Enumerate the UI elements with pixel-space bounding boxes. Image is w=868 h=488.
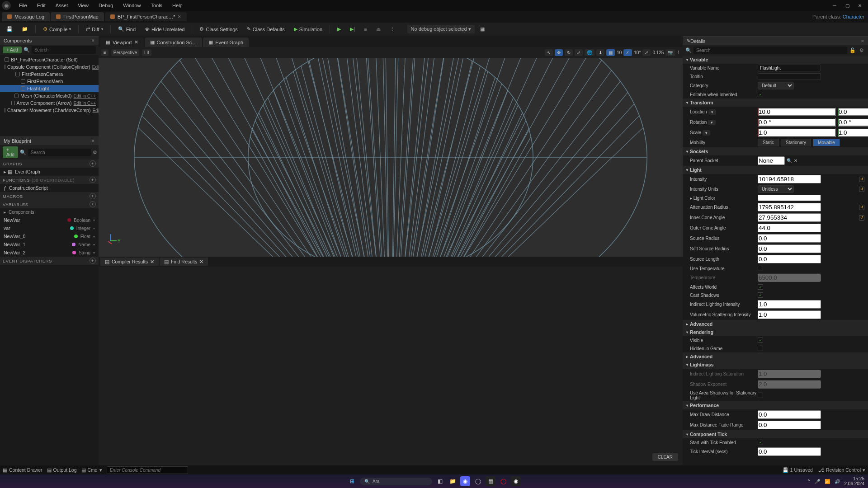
tray-mic-icon[interactable]: 🎤 (815, 479, 820, 484)
variable-item[interactable]: NewVar_0Float▾ (0, 232, 99, 240)
add-icon[interactable]: + (90, 193, 96, 199)
max-fade-range-input[interactable] (758, 421, 821, 429)
rider-icon[interactable]: ▦ (486, 476, 495, 486)
component-tree-item[interactable]: FirstPersonMesh (0, 78, 99, 85)
variable-category[interactable]: Variable (683, 56, 868, 64)
reset-icon[interactable]: ↺ (859, 187, 864, 192)
affects-world-checkbox[interactable]: ✓ (758, 284, 763, 290)
reset-icon[interactable]: ↺ (859, 205, 864, 210)
variable-name-input[interactable] (758, 65, 821, 71)
close-icon[interactable]: ✕ (91, 38, 95, 43)
mobility-movable[interactable]: Movable (813, 139, 840, 146)
clear-socket-icon[interactable]: ✕ (794, 158, 797, 163)
reset-icon[interactable]: ↺ (859, 215, 864, 221)
inner-cone-input[interactable] (758, 213, 821, 222)
world-button[interactable]: 🌐 (585, 49, 594, 56)
surface-snap-button[interactable]: ⬇ (596, 49, 604, 56)
taskbar-search[interactable]: 🔍 Ara (360, 478, 432, 485)
add-icon[interactable]: + (90, 160, 96, 167)
variable-item[interactable]: varInteger▾ (0, 224, 99, 232)
compile-button[interactable]: ⚙Compile ▾ (39, 24, 75, 34)
grid-snap-value[interactable]: 10 (617, 50, 622, 55)
tray-chevron-icon[interactable]: ^ (808, 479, 810, 484)
find-button[interactable]: 🔍 Find (114, 24, 139, 34)
hide-unrelated-button[interactable]: 👁 Hide Unrelated (141, 25, 188, 34)
transform-category[interactable]: Transform (683, 99, 868, 107)
variable-item[interactable]: NewVar_2String▾ (0, 249, 99, 257)
parent-socket-input[interactable] (758, 156, 785, 165)
intensity-units-select[interactable]: Unitless (758, 185, 794, 193)
save-button[interactable]: 💾 (3, 24, 16, 34)
grid-snap-button[interactable]: ▦ (606, 49, 615, 56)
play-button[interactable]: ▶ (334, 24, 344, 34)
minimize-button[interactable]: ─ (828, 1, 841, 10)
visible-checkbox[interactable]: ✓ (758, 338, 763, 343)
component-tree-item[interactable]: Capsule Component (CollisionCylinder)Edi… (0, 63, 99, 70)
pause-button[interactable]: ■ (360, 25, 371, 34)
component-tree-item[interactable]: Mesh (CharacterMesh0)Edit in C++ (0, 92, 99, 99)
edit-cpp-link[interactable]: Edit in C++ (74, 101, 96, 106)
graphs-section[interactable]: GRAPHS+ (0, 160, 99, 168)
menu-file[interactable]: File (14, 1, 32, 9)
scale-y[interactable] (838, 128, 868, 137)
construction-script-item[interactable]: ƒ ConstructionScript (0, 184, 99, 192)
class-settings-button[interactable]: ⚙ Class Settings (196, 24, 241, 34)
parent-class-link[interactable]: Character (843, 14, 864, 19)
diff-button[interactable]: ⇄ Diff ▾ (82, 24, 106, 34)
area-shadows-checkbox[interactable] (758, 393, 763, 398)
indirect-lighting-input[interactable] (758, 300, 821, 309)
menu-edit[interactable]: Edit (33, 1, 50, 9)
tray-wifi-icon[interactable]: 📶 (825, 479, 830, 484)
component-tick-category[interactable]: Component Tick (683, 430, 868, 438)
component-tree-item[interactable]: BP_FirstPersonCharacter (Self) (0, 56, 99, 63)
attenuation-radius-input[interactable] (758, 203, 821, 211)
window-tab[interactable]: Message Log (2, 12, 50, 21)
explorer-icon[interactable]: 📁 (448, 476, 458, 486)
content-drawer-button[interactable]: ▦ Content Drawer (3, 467, 42, 473)
results-tab[interactable]: ▤ Compiler Results ✕ (100, 258, 159, 266)
cmd-dropdown[interactable]: ▤ Cmd ▾ (81, 467, 102, 473)
soft-source-radius-input[interactable] (758, 244, 821, 253)
scale-tool-button[interactable]: ⤢ (575, 49, 583, 56)
location-y[interactable] (838, 108, 868, 116)
performance-category[interactable]: Performance (683, 401, 868, 409)
github-icon[interactable]: ◯ (473, 476, 483, 486)
mobility-static[interactable]: Static (758, 139, 779, 146)
rotation-y[interactable] (838, 118, 868, 127)
menu-tools[interactable]: Tools (146, 1, 167, 9)
close-icon[interactable]: ✕ (861, 39, 864, 43)
clear-button[interactable]: CLEAR (652, 453, 678, 461)
variable-item[interactable]: NewVar_1Name▾ (0, 240, 99, 249)
lit-button[interactable]: Lit (142, 49, 151, 56)
translate-tool-button[interactable]: ✥ (555, 49, 563, 56)
volumetric-scattering-input[interactable] (758, 310, 821, 319)
menu-help[interactable]: Help (168, 1, 187, 9)
window-tab[interactable]: BP_FirstPersonCharac…*✕ (105, 12, 187, 21)
browse-button[interactable]: 📁 (18, 24, 32, 34)
console-command-input[interactable] (107, 466, 188, 474)
intensity-input[interactable] (758, 175, 821, 183)
taskbar-clock[interactable]: 15:252.06.2024 (844, 476, 865, 486)
source-radius-input[interactable] (758, 234, 821, 243)
event-graph-item[interactable]: ▸ ▦ EventGraph (0, 168, 99, 176)
simulation-button[interactable]: ▶ Simulation (290, 24, 326, 34)
editor-tab[interactable]: ▦ Construction Sc… (145, 38, 203, 47)
add-icon[interactable]: + (90, 201, 96, 207)
source-length-input[interactable] (758, 255, 821, 263)
start-tick-checkbox[interactable]: ✓ (758, 440, 763, 445)
play-options-button[interactable]: ⋮ (386, 24, 398, 34)
functions-section[interactable]: FUNCTIONS(30 OVERRIDABLE)+ (0, 176, 99, 184)
edit-cpp-link[interactable]: Edit in C++ (92, 108, 99, 113)
viewport-3d[interactable]: Y (99, 58, 683, 257)
use-temperature-checkbox[interactable] (758, 266, 763, 271)
task-view-icon[interactable]: ◧ (435, 476, 445, 486)
rotation-x[interactable] (758, 118, 836, 127)
location-x[interactable] (758, 108, 836, 116)
components-search-input[interactable] (32, 46, 96, 54)
menu-asset[interactable]: Asset (51, 1, 73, 9)
light-advanced[interactable]: Advanced (683, 320, 868, 328)
opera-icon[interactable]: ◯ (498, 476, 508, 486)
category-select[interactable]: Default (758, 82, 794, 89)
sockets-category[interactable]: Sockets (683, 147, 868, 155)
class-defaults-button[interactable]: ✎ Class Defaults (243, 24, 288, 34)
